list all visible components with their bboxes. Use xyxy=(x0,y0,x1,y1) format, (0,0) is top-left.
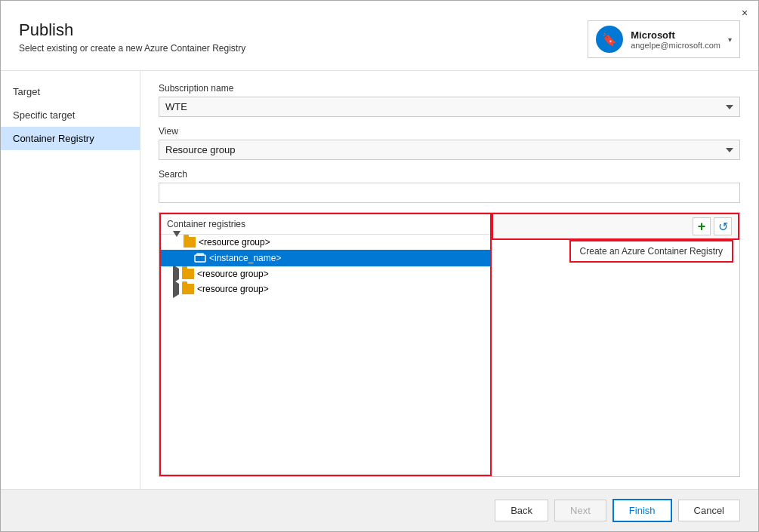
sidebar-item-container-registry-label: Container Registry xyxy=(13,133,94,144)
publish-dialog: × Publish Select existing or create a ne… xyxy=(0,0,759,532)
tree-item-rg1-label: <resource group> xyxy=(199,237,270,248)
refresh-button[interactable]: ↺ xyxy=(714,217,732,235)
view-select[interactable]: Resource group xyxy=(159,140,740,160)
subscription-select[interactable]: WTE xyxy=(159,97,740,117)
container-icon xyxy=(194,252,206,264)
view-label: View xyxy=(159,126,740,137)
sidebar-item-specific-target-label: Specific target xyxy=(13,109,75,121)
avatar-icon: 🔖 xyxy=(602,32,617,47)
expand-icon-rg2 xyxy=(173,269,179,279)
svg-rect-1 xyxy=(196,253,204,256)
folder-icon-rg3 xyxy=(182,284,194,294)
tree-panel: Container registries <resource group> xyxy=(159,213,492,476)
create-registry-tooltip-text: Create an Azure Container Registry xyxy=(580,246,723,257)
cancel-button[interactable]: Cancel xyxy=(678,500,740,521)
user-info: Microsoft angelpe@microsoft.com xyxy=(631,29,720,50)
main-panel: Subscription name WTE View Resource grou… xyxy=(140,71,758,489)
user-email: angelpe@microsoft.com xyxy=(631,41,720,50)
finish-button[interactable]: Finish xyxy=(612,499,672,522)
folder-icon-rg2 xyxy=(182,269,194,279)
sidebar-item-target-label: Target xyxy=(13,86,40,97)
view-group: View Resource group xyxy=(159,126,740,160)
tree-item-rg2[interactable]: <resource group> xyxy=(161,266,490,281)
triangle-right-icon-2 xyxy=(173,280,179,298)
dialog-subtitle: Select existing or create a new Azure Co… xyxy=(19,43,245,54)
search-input[interactable] xyxy=(159,183,740,203)
search-group: Search xyxy=(159,169,740,203)
next-button: Next xyxy=(554,500,606,521)
expand-icon-rg1 xyxy=(173,237,180,248)
title-bar: × xyxy=(1,1,758,20)
tree-item-instance-label: <instance_name> xyxy=(209,253,281,263)
user-name: Microsoft xyxy=(631,29,720,41)
action-bar: + ↺ xyxy=(492,213,739,240)
sidebar-item-target[interactable]: Target xyxy=(1,80,140,103)
folder-icon-rg1 xyxy=(184,237,196,248)
tree-item-rg2-label: <resource group> xyxy=(197,269,269,279)
header: Publish Select existing or create a new … xyxy=(1,20,758,70)
add-registry-button[interactable]: + xyxy=(693,217,711,235)
user-chevron-icon: ▾ xyxy=(728,35,732,44)
close-button[interactable]: × xyxy=(737,5,752,20)
user-avatar: 🔖 xyxy=(596,26,623,53)
header-left: Publish Select existing or create a new … xyxy=(19,20,245,54)
right-panel: + ↺ Create an Azure Container Registry xyxy=(492,213,739,476)
tree-item-rg3-label: <resource group> xyxy=(197,284,269,294)
tree-item-rg3[interactable]: <resource group> xyxy=(161,281,490,297)
sidebar-item-container-registry[interactable]: Container Registry xyxy=(1,127,140,150)
tree-header: Container registries xyxy=(161,214,490,235)
footer: Back Next Finish Cancel xyxy=(1,489,758,531)
create-registry-tooltip[interactable]: Create an Azure Container Registry xyxy=(569,240,733,263)
user-badge[interactable]: 🔖 Microsoft angelpe@microsoft.com ▾ xyxy=(588,20,740,58)
search-label: Search xyxy=(159,169,740,180)
sidebar-item-specific-target[interactable]: Specific target xyxy=(1,103,140,127)
tree-area: Container registries <resource group> xyxy=(159,212,740,477)
tree-item-rg1[interactable]: <resource group> xyxy=(161,235,490,250)
dialog-title: Publish xyxy=(19,20,245,40)
expand-icon-rg3 xyxy=(173,284,179,294)
back-button[interactable]: Back xyxy=(495,500,548,521)
subscription-label: Subscription name xyxy=(159,83,740,94)
tree-item-instance[interactable]: <instance_name> xyxy=(161,250,490,266)
triangle-down-icon xyxy=(173,231,180,248)
content-area: Target Specific target Container Registr… xyxy=(1,71,758,489)
sidebar: Target Specific target Container Registr… xyxy=(1,71,140,489)
subscription-group: Subscription name WTE xyxy=(159,83,740,117)
